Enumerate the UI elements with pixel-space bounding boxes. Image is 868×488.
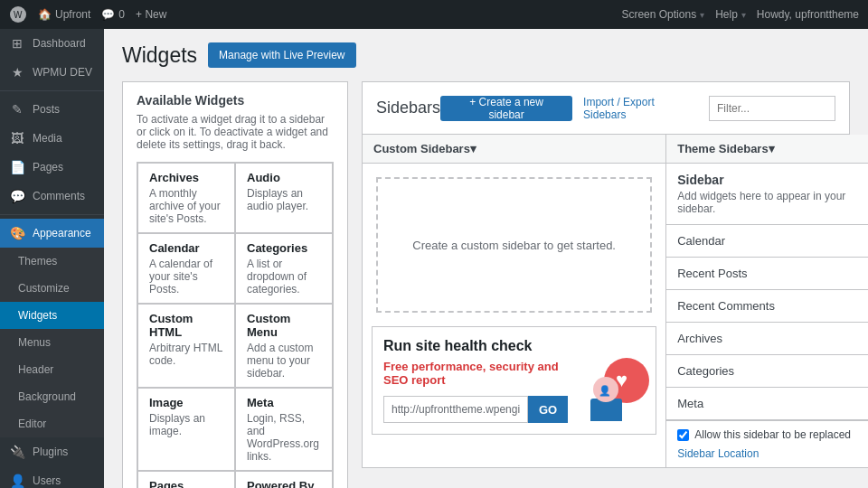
sidebar-item-comments[interactable]: 💬 Comments [0,182,104,211]
screen-options-chevron: ▾ [700,10,704,20]
available-widgets-title: Available Widgets [137,93,334,108]
wpmu-icon: ★ [9,65,25,80]
sidebar-location-link[interactable]: Sidebar Location [677,447,759,460]
widget-archives[interactable]: Archives A monthly archive of your site'… [137,163,235,233]
import-export-link[interactable]: Import / Export Sidebars [583,96,698,121]
sidebars-content: Custom Sidebars▾ Create a custom sidebar… [362,135,850,468]
health-check-url: GO [383,396,568,423]
appearance-icon: 🎨 [9,226,25,240]
available-widgets-desc: To activate a widget drag it to a sideba… [137,113,334,151]
widget-custom-html[interactable]: Custom HTML Arbitrary HTML code. [137,304,235,388]
widget-custom-menu[interactable]: Custom Menu Add a custom menu to your si… [235,304,333,388]
widget-categories[interactable]: Categories A list or dropdown of categor… [235,233,333,304]
sidebar-item-appearance[interactable]: 🎨 Appearance [0,219,104,248]
theme-widget-calendar[interactable]: Calendar ▾ [666,225,868,258]
sidebar-item-dashboard[interactable]: ⊞ Dashboard [0,29,104,58]
help-btn[interactable]: Help ▾ [715,8,746,21]
sidebar-main-title: Sidebar ▲ [677,173,868,187]
health-icon: ♥ 👤 [581,349,645,412]
widget-calendar[interactable]: Calendar A calendar of your site's Posts… [137,233,235,304]
comments-icon: 💬 [9,189,25,203]
sidebar-item-pages[interactable]: 📄 Pages [0,153,104,182]
go-btn[interactable]: GO [528,396,568,423]
theme-widget-recent-comments[interactable]: Recent Comments ▾ [666,290,868,323]
widget-image[interactable]: Image Displays an image. [137,388,235,471]
sidebar-item-users[interactable]: 👤 Users [0,466,104,488]
menu-separator-1 [0,90,104,91]
sidebars-top-bar: Sidebars + Create a new sidebar Import /… [362,81,850,135]
sidebar-item-media[interactable]: 🖼 Media [0,124,104,153]
custom-sidebars-header[interactable]: Custom Sidebars▾ [363,135,665,164]
allow-replace-checkbox[interactable] [677,429,689,441]
filter-input[interactable] [709,96,835,121]
custom-sidebar-empty: Create a custom sidebar to get started. [376,177,652,313]
sidebar-item-customize[interactable]: Customize [0,275,104,302]
manage-live-preview-btn[interactable]: Manage with Live Preview [208,42,355,68]
theme-widget-categories[interactable]: Categories ▾ [666,355,868,388]
theme-widget-meta[interactable]: Meta ▾ [666,388,868,420]
sidebar-item-editor[interactable]: Editor [0,410,104,437]
url-input[interactable] [383,396,528,423]
theme-sidebar-footer: Allow this sidebar to be replaced Sideba… [666,420,868,467]
new-content[interactable]: + New [136,8,166,21]
wp-logo[interactable]: W [9,5,27,23]
media-icon: 🖼 [9,131,25,145]
widget-powered-by-wp-engine[interactable]: Powered By WP Engine Easily show your lo… [235,471,333,488]
svg-text:👤: 👤 [599,384,611,397]
theme-sidebars-header[interactable]: Theme Sidebars▾ [666,135,868,164]
theme-widget-recent-posts[interactable]: Recent Posts ▾ [666,258,868,290]
howdy[interactable]: Howdy, upfronttheme [757,8,859,21]
theme-sidebars-section: Theme Sidebars▾ Sidebar ▲ Add widgets he… [666,135,868,468]
sidebar-item-wpmu-dev[interactable]: ★ WPMU DEV [0,58,104,87]
widgets-grid: Archives A monthly archive of your site'… [137,162,334,488]
widget-audio[interactable]: Audio Displays an audio player. [235,163,333,233]
users-icon: 👤 [9,474,25,488]
admin-bar: W 🏠 Upfront 💬 0 + New Screen Options ▾ H… [0,0,868,29]
sidebar-main-desc: Add widgets here to appear in your sideb… [677,190,868,215]
health-check-subtitle: Free performance, security and SEO repor… [383,360,568,387]
allow-replace-row: Allow this sidebar to be replaced [677,428,868,441]
content-area: Available Widgets To activate a widget d… [122,81,850,488]
health-check-text: Run site health check Free performance, … [383,338,568,423]
page-title: Widgets [122,43,197,68]
right-panel: Sidebars + Create a new sidebar Import /… [362,81,850,488]
available-widgets-section: Available Widgets To activate a widget d… [122,81,348,488]
page-header: Widgets Manage with Live Preview [122,42,850,68]
sidebar-item-widgets[interactable]: Widgets [0,302,104,329]
sidebar-main: Sidebar ▲ Add widgets here to appear in … [666,164,868,225]
allow-replace-label: Allow this sidebar to be replaced [694,428,851,441]
comments-count[interactable]: 💬 0 [101,8,125,21]
sidebar-item-header[interactable]: Header [0,356,104,383]
admin-menu: ⊞ Dashboard ★ WPMU DEV ✎ Posts 🖼 Media 📄… [0,29,104,488]
appearance-submenu: Themes Customize Widgets Menus Header Ba… [0,248,104,437]
posts-icon: ✎ [9,102,25,117]
sidebar-item-background[interactable]: Background [0,383,104,410]
sidebar-item-plugins[interactable]: 🔌 Plugins [0,437,104,466]
create-sidebar-btn[interactable]: + Create a new sidebar [440,96,572,121]
svg-text:W: W [14,10,23,20]
pages-icon: 📄 [9,160,25,174]
health-check-section: Run site health check Free performance, … [372,326,656,435]
sidebars-main-title: Sidebars [376,91,440,125]
theme-widget-archives[interactable]: Archives ▾ [666,323,868,355]
sidebar-item-themes[interactable]: Themes [0,248,104,275]
widget-meta[interactable]: Meta Login, RSS, and WordPress.org links… [235,388,333,471]
left-panel: Available Widgets To activate a widget d… [122,81,348,488]
widget-pages[interactable]: Pages A list of your site's Pages. [137,471,235,488]
main-content: Widgets Manage with Live Preview Availab… [104,29,868,488]
sidebar-item-menus[interactable]: Menus [0,329,104,356]
help-chevron: ▾ [741,10,746,20]
dashboard-icon: ⊞ [9,36,25,51]
screen-options-btn[interactable]: Screen Options ▾ [621,8,704,21]
sidebar-item-posts[interactable]: ✎ Posts [0,95,104,124]
menu-separator-2 [0,214,104,215]
plugins-icon: 🔌 [9,445,25,459]
health-check-inner: Run site health check Free performance, … [383,338,645,423]
custom-sidebars-section: Custom Sidebars▾ Create a custom sidebar… [362,135,666,468]
health-check-title: Run site health check [383,338,568,354]
site-name[interactable]: 🏠 Upfront [38,8,90,21]
